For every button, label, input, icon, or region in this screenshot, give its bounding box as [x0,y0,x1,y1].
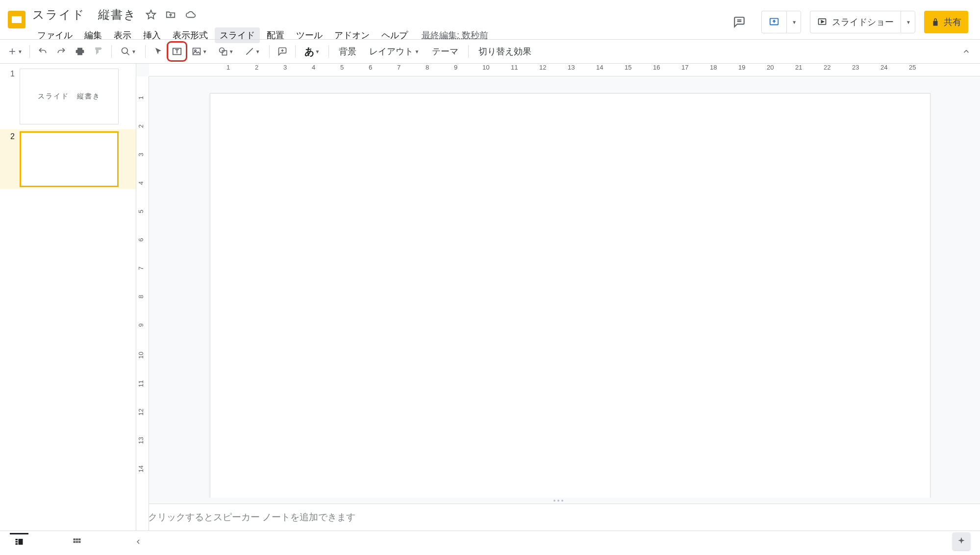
theme-button[interactable]: テーマ [426,43,464,60]
zoom-button[interactable]: ▼ [116,43,141,60]
separator [269,45,270,58]
paint-format-button[interactable] [90,43,107,60]
cloud-status-icon[interactable] [185,9,197,20]
separator [29,45,30,58]
ime-label: あ [304,45,314,58]
explore-button[interactable] [953,532,970,550]
separator [468,45,469,58]
svg-rect-27 [74,541,76,543]
svg-marker-0 [147,10,155,19]
share-button[interactable]: 共有 [924,11,968,33]
svg-rect-22 [16,543,18,545]
image-tool[interactable]: ▼ [187,43,212,60]
app-header: スライド 縦書き ファイル 編集 表示 挿入 表示形式 スライド 配置 ツール [0,0,980,39]
input-tool[interactable]: あ▼ [300,43,325,60]
present-upload-dropdown[interactable]: ▼ [786,11,801,33]
document-title[interactable]: スライド 縦書き [32,7,137,23]
ruler-tick: 16 [653,64,660,71]
collapse-toolbar-button[interactable] [957,43,975,60]
layout-label: レイアウト [369,46,413,57]
thumbnail-row: 1 スライド 縦書き [6,69,130,124]
collapse-panel-button[interactable] [130,535,146,551]
ruler-tick: 18 [710,64,717,71]
svg-rect-26 [78,538,81,540]
speaker-notes[interactable]: クリックするとスピーカー ノートを追加できます [136,504,980,531]
slide-canvas[interactable] [210,93,930,498]
comments-button[interactable] [726,11,753,33]
grid-view-button[interactable] [68,534,86,552]
svg-point-8 [122,48,127,54]
toolbar: ▼ ▼ ▼ ▼ ▼ あ▼ 背景 レイアウト▼ テーマ 切り替え効果 [0,39,980,64]
app-logo[interactable] [4,7,29,32]
slideshow-label: スライドショー [832,16,894,28]
footer [0,531,980,555]
slide-thumbnails-panel[interactable]: 1 スライド 縦書き 2 [0,64,136,531]
share-label: 共有 [944,16,961,28]
svg-rect-29 [78,541,81,543]
svg-rect-20 [16,539,18,540]
ruler-tick: 3 [283,64,287,71]
slideshow-dropdown[interactable]: ▼ [901,11,915,33]
separator [295,45,296,58]
svg-rect-28 [76,541,78,543]
ruler-tick: 21 [795,64,802,71]
move-folder-icon[interactable] [165,9,176,20]
ruler-tick: 10 [482,64,489,71]
ruler-tick: 6 [369,64,372,71]
ruler-tick: 1 [226,64,230,71]
line-tool[interactable]: ▼ [240,43,265,60]
ruler-tick: 14 [596,64,603,71]
ruler-tick: 20 [767,64,774,71]
notes-resize-handle[interactable] [136,498,980,504]
background-button[interactable]: 背景 [333,43,362,60]
slide-thumbnail[interactable]: スライド 縦書き [20,69,119,124]
transition-button[interactable]: 切り替え効果 [473,43,537,60]
ruler-tick: 23 [852,64,859,71]
thumbnail-row: 2 [0,129,136,189]
present-upload-combo: ▼ [761,11,801,33]
slide-thumbnail[interactable] [20,131,119,187]
main-area: 1 スライド 縦書き 2 123456789101112131415161718… [0,64,980,531]
ruler-tick: 12 [539,64,546,71]
ruler-tick: 13 [568,64,575,71]
ruler-tick: 17 [681,64,688,71]
comment-tool[interactable] [274,43,291,60]
svg-line-17 [246,48,252,54]
canvas-wrap: 1234567891011121314151617181920212223242… [136,64,980,531]
new-slide-button[interactable]: ▼ [5,43,25,60]
redo-button[interactable] [52,43,70,60]
svg-marker-5 [821,21,824,23]
ruler-tick: 15 [625,64,631,71]
title-row: スライド 縦書き [32,4,488,23]
svg-rect-13 [193,48,200,54]
select-tool[interactable] [150,43,167,60]
svg-rect-21 [16,541,18,543]
horizontal-ruler[interactable]: 1234567891011121314151617181920212223242… [149,64,980,76]
thumbnail-number: 1 [6,69,15,124]
ruler-tick: 2 [255,64,258,71]
print-button[interactable] [71,43,89,60]
header-right: ▼ スライドショー ▼ 共有 [726,4,972,33]
ruler-tick: 7 [397,64,401,71]
ruler-tick: 19 [738,64,745,71]
slideshow-button[interactable]: スライドショー [810,11,901,33]
ruler-tick: 22 [824,64,830,71]
undo-button[interactable] [34,43,51,60]
svg-line-9 [126,53,129,55]
star-icon[interactable] [146,9,156,20]
title-icons [146,9,197,20]
filmstrip-view-button[interactable] [10,533,28,552]
ruler-tick: 24 [880,64,887,71]
separator [111,45,112,58]
separator [328,45,329,58]
separator [145,45,146,58]
present-upload-button[interactable] [761,11,786,33]
svg-rect-23 [19,539,23,545]
textbox-tool[interactable] [168,43,186,60]
canvas-scroll-area[interactable] [136,76,980,498]
layout-button[interactable]: レイアウト▼ [363,43,425,60]
ruler-tick: 4 [312,64,315,71]
title-area: スライド 縦書き ファイル 編集 表示 挿入 表示形式 スライド 配置 ツール [32,4,488,43]
svg-rect-24 [74,538,76,540]
shape-tool[interactable]: ▼ [213,43,239,60]
